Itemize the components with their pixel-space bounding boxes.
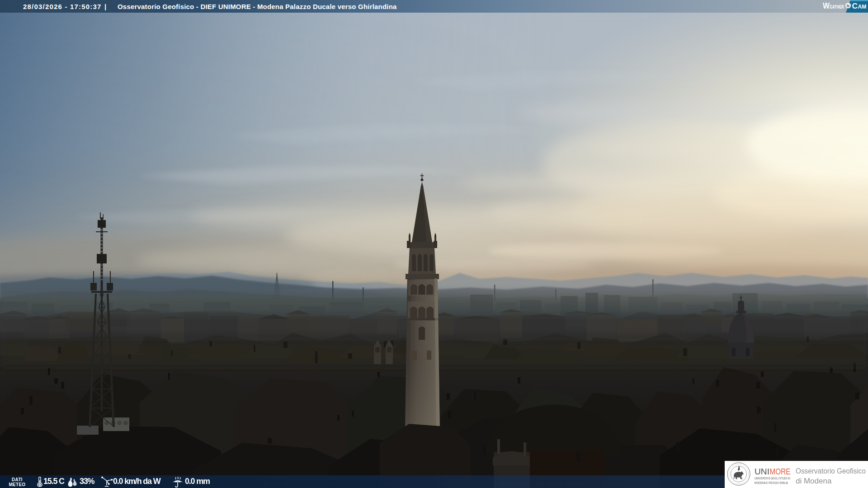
- svg-text:EATHER: EATHER: [830, 4, 844, 9]
- svg-text:Osservatorio Geofisico: Osservatorio Geofisico: [796, 467, 866, 475]
- svg-text:C: C: [852, 2, 858, 10]
- svg-text:di Modena: di Modena: [796, 477, 832, 485]
- svg-text:UNI: UNI: [755, 467, 769, 476]
- svg-text:MORE: MORE: [770, 467, 791, 476]
- svg-text:MODENA E REGGIO EMILIA: MODENA E REGGIO EMILIA: [755, 481, 788, 485]
- svg-text:UNIVERSITÀ DEGLI STUDI DI: UNIVERSITÀ DEGLI STUDI DI: [755, 476, 790, 480]
- svg-text:AM: AM: [858, 4, 867, 10]
- svg-text:W: W: [823, 1, 830, 10]
